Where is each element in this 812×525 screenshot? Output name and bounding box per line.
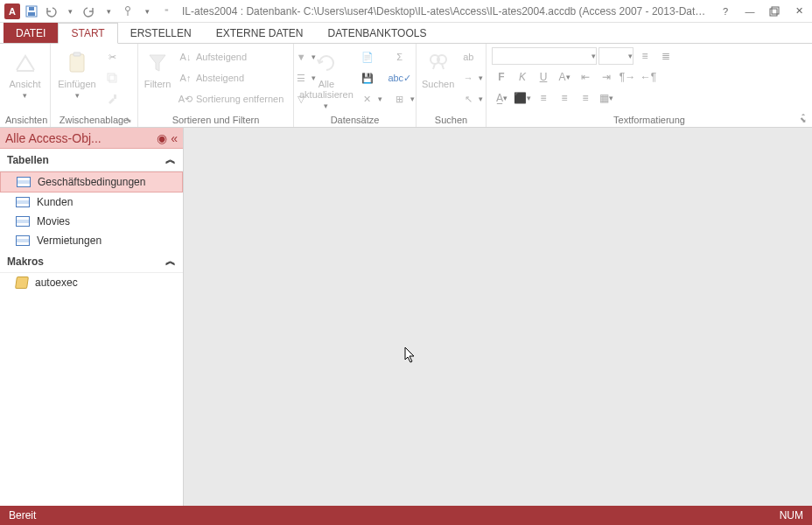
tab-externe-daten[interactable]: EXTERNE DATEN <box>204 23 316 43</box>
bullets-button[interactable]: ≡ <box>635 47 654 65</box>
aufsteigend-button[interactable]: A↓Aufsteigend <box>175 47 287 66</box>
status-numlock: NUM <box>780 509 803 522</box>
underline-button[interactable]: U <box>534 68 553 86</box>
tab-datei[interactable]: DATEI <box>4 23 58 43</box>
aktualisieren-label: Alle aktualisieren <box>299 79 354 100</box>
spelling-button[interactable]: abc✓ <box>389 68 418 88</box>
navpane-collapse-icon[interactable]: « <box>171 131 178 145</box>
redo-icon[interactable] <box>80 3 98 20</box>
einfuegen-button[interactable]: Einfügen ▾ <box>56 47 98 100</box>
dialog-launcher-icon[interactable]: ⬊ <box>125 116 132 124</box>
numbering-button[interactable]: ≣ <box>656 47 676 65</box>
collapse-ribbon-icon[interactable]: ˆ <box>802 113 805 123</box>
svg-rect-1 <box>28 12 35 16</box>
format-painter-button[interactable] <box>102 89 122 108</box>
touch-mode-icon[interactable] <box>119 3 136 20</box>
absteigend-button[interactable]: A↑Absteigend <box>175 68 287 88</box>
aktualisieren-button[interactable]: Alle aktualisieren ▾ <box>299 47 354 110</box>
replace-icon: ab <box>461 50 475 64</box>
brush-icon <box>105 92 119 106</box>
minimize-icon[interactable]: — <box>740 3 760 20</box>
filtern-label: Filtern <box>144 79 172 89</box>
save-icon[interactable] <box>23 3 40 20</box>
font-size-dropdown[interactable]: ▾ <box>598 47 634 65</box>
restore-icon[interactable] <box>765 3 784 20</box>
ansicht-button[interactable]: Ansicht ▾ <box>5 47 45 100</box>
group-ansichten: Ansicht ▾ Ansichten <box>0 44 51 127</box>
status-bar: Bereit NUM <box>0 506 812 525</box>
suchen-button[interactable]: Suchen <box>422 47 454 89</box>
spelling-icon: abc✓ <box>393 71 407 85</box>
svg-rect-7 <box>70 54 84 72</box>
totals-button[interactable]: Σ <box>389 47 418 66</box>
cut-button[interactable]: ✂ <box>102 47 122 66</box>
navitem-kunden[interactable]: Kunden <box>0 192 183 212</box>
group-label-textformat: Textformatierung⬊ <box>492 113 807 125</box>
svg-rect-5 <box>772 7 779 14</box>
navitem-vermietungen[interactable]: Vermietungen <box>0 231 183 250</box>
group-label-zwischenablage: Zwischenablage⬊ <box>56 113 132 125</box>
goto-icon: → <box>461 71 475 85</box>
italic-button[interactable]: K <box>513 68 532 86</box>
filtern-button[interactable]: Filtern <box>144 47 172 89</box>
align-left-button[interactable]: ≡ <box>534 89 553 107</box>
delete-record-button[interactable]: ✕▾ <box>357 89 386 108</box>
help-icon[interactable]: ? <box>716 3 735 20</box>
align-center-button[interactable]: ≡ <box>555 89 574 107</box>
outdent-button[interactable]: ⇤ <box>576 68 595 86</box>
undo-dropdown-icon[interactable]: ▾ <box>61 3 79 20</box>
qat-more-icon[interactable]: ▾ <box>138 3 156 20</box>
font-color-button[interactable]: A▾ <box>555 68 574 86</box>
title-bar: A ▾ ▾ ▾ ⁼ IL-ates2004 : Datenbank- C:\Us… <box>0 0 812 23</box>
tab-start[interactable]: START <box>58 23 117 44</box>
document-area <box>184 128 812 506</box>
sort-asc-icon: A↓ <box>178 50 192 64</box>
select-button[interactable]: ↖▾ <box>458 89 486 108</box>
svg-point-3 <box>126 6 130 10</box>
replace-button[interactable]: ab <box>458 47 486 66</box>
navpane-dropdown-icon[interactable]: ◉ <box>157 131 167 145</box>
tab-erstellen[interactable]: ERSTELLEN <box>118 23 204 43</box>
gridlines-button[interactable]: ▦▾ <box>597 89 616 107</box>
navitem-geschaeftsbedingungen[interactable]: Geschäftsbedingungen <box>0 172 183 192</box>
main-area: Alle Access-Obj... ◉« Tabellen︽ Geschäft… <box>0 128 812 506</box>
close-icon[interactable]: ✕ <box>789 3 808 20</box>
fill-color-button[interactable]: A̲▾ <box>492 89 511 107</box>
suchen-label: Suchen <box>422 79 454 89</box>
more-records-button[interactable]: ⊞▾ <box>389 89 418 108</box>
navpane-header[interactable]: Alle Access-Obj... ◉« <box>0 128 183 149</box>
save-record-button[interactable]: 💾 <box>357 68 386 88</box>
find-icon <box>424 49 452 77</box>
copy-button[interactable] <box>102 68 122 88</box>
ribbon: Ansicht ▾ Ansichten Einfügen ▾ ✂ Zwische… <box>0 44 812 128</box>
highlight-button[interactable]: ⬛▾ <box>513 89 532 107</box>
window-title: IL-ates2004 : Datenbank- C:\Users\user4\… <box>175 5 716 18</box>
svg-rect-2 <box>29 7 34 10</box>
new-record-button[interactable]: 📄 <box>357 47 386 66</box>
window-controls: ? — ✕ <box>716 3 808 20</box>
sort-entfernen-button[interactable]: A⟲Sortierung entfernen <box>175 89 287 108</box>
group-suchen: Suchen ab →▾ ↖▾ Suchen <box>416 44 486 127</box>
filter-icon <box>144 49 172 77</box>
save-record-icon: 💾 <box>360 71 374 85</box>
redo-dropdown-icon[interactable]: ▾ <box>100 3 117 20</box>
collapse-category-icon: ︽ <box>165 254 176 269</box>
font-family-dropdown[interactable]: ▾ <box>492 47 597 65</box>
ltr-button[interactable]: ¶→ <box>618 68 637 86</box>
category-makros[interactable]: Makros︽ <box>0 250 183 273</box>
rtl-button[interactable]: ←¶ <box>639 68 658 86</box>
tab-datenbanktools[interactable]: DATENBANKTOOLS <box>316 23 439 43</box>
table-icon <box>17 177 31 187</box>
navitem-movies[interactable]: Movies <box>0 212 183 231</box>
undo-icon[interactable] <box>42 3 60 20</box>
bold-button[interactable]: F <box>492 68 511 86</box>
align-right-button[interactable]: ≡ <box>576 89 595 107</box>
svg-rect-6 <box>17 70 34 72</box>
qat-customize-icon[interactable]: ⁼ <box>158 3 175 20</box>
goto-button[interactable]: →▾ <box>458 68 486 88</box>
navitem-autoexec[interactable]: autoexec <box>0 273 183 292</box>
quick-access-toolbar: A ▾ ▾ ▾ ⁼ <box>4 3 175 20</box>
table-icon <box>16 235 30 246</box>
category-tabellen[interactable]: Tabellen︽ <box>0 149 183 172</box>
indent-button[interactable]: ⇥ <box>597 68 616 86</box>
